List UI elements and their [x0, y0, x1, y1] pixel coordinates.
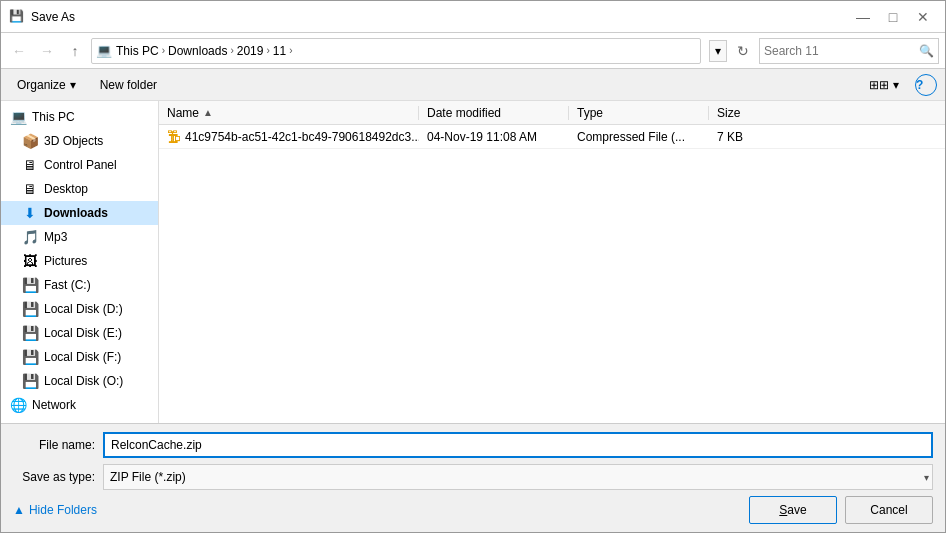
breadcrumb-bar[interactable]: 💻 This PC › Downloads › 2019 › 11 › [91, 38, 701, 64]
col-header-name[interactable]: Name ▲ [159, 106, 419, 120]
network-icon: 🌐 [9, 396, 27, 414]
view-button[interactable]: ⊞⊞ ▾ [861, 73, 907, 97]
sidebar-item-3d-objects[interactable]: 📦 3D Objects [1, 129, 158, 153]
sidebar-item-desktop[interactable]: 🖥 Desktop [1, 177, 158, 201]
pictures-label: Pictures [44, 254, 87, 268]
sidebar-item-local-f[interactable]: 💾 Local Disk (F:) [1, 345, 158, 369]
breadcrumb-chevron-1: › [162, 45, 165, 56]
breadcrumb-chevron-4: › [289, 45, 292, 56]
col-header-date[interactable]: Date modified [419, 106, 569, 120]
sidebar-item-local-d[interactable]: 💾 Local Disk (D:) [1, 297, 158, 321]
sidebar-item-local-o[interactable]: 💾 Local Disk (O:) [1, 369, 158, 393]
hide-folders-button[interactable]: ▲ Hide Folders [13, 503, 97, 517]
dialog-title: Save As [31, 10, 849, 24]
file-date-cell: 04-Nov-19 11:08 AM [419, 130, 569, 144]
save-label: Save [779, 503, 806, 517]
breadcrumb-dropdown[interactable]: ▾ [709, 40, 727, 62]
filename-label: File name: [13, 438, 103, 452]
sidebar-item-control-panel[interactable]: 🖥 Control Panel [1, 153, 158, 177]
file-list-header: Name ▲ Date modified Type Size [159, 101, 945, 125]
this-pc-icon: 💻 [9, 108, 27, 126]
view-chevron: ▾ [893, 78, 899, 92]
breadcrumb-pc: This PC [116, 44, 159, 58]
save-button[interactable]: Save [749, 496, 837, 524]
zip-file-icon: 🗜 [167, 129, 181, 145]
file-date: 04-Nov-19 11:08 AM [427, 130, 537, 144]
address-bar: ← → ↑ 💻 This PC › Downloads › 2019 › 11 … [1, 33, 945, 69]
network-label: Network [32, 398, 76, 412]
downloads-label: Downloads [44, 206, 108, 220]
local-f-label: Local Disk (F:) [44, 350, 121, 364]
bottom-section: File name: Save as type: ZIP File (*.zip… [1, 423, 945, 532]
new-folder-label: New folder [100, 78, 157, 92]
organize-button[interactable]: Organize ▾ [9, 73, 84, 97]
search-icon: 🔍 [919, 44, 934, 58]
refresh-button[interactable]: ↻ [731, 39, 755, 63]
filetype-select-wrapper: ZIP File (*.zip) ▾ [103, 464, 933, 490]
local-e-icon: 💾 [21, 324, 39, 342]
organize-label: Organize [17, 78, 66, 92]
sidebar-item-mp3[interactable]: 🎵 Mp3 [1, 225, 158, 249]
left-panel: 💻 This PC 📦 3D Objects 🖥 Control Panel 🖥… [1, 101, 159, 423]
breadcrumb-downloads: Downloads [168, 44, 227, 58]
new-folder-button[interactable]: New folder [92, 73, 165, 97]
file-name-cell: 🗜 41c9754b-ac51-42c1-bc49-790618492dc3..… [159, 129, 419, 145]
local-o-icon: 💾 [21, 372, 39, 390]
downloads-icon: ⬇ [21, 204, 39, 222]
local-f-icon: 💾 [21, 348, 39, 366]
back-button[interactable]: ← [7, 39, 31, 63]
desktop-label: Desktop [44, 182, 88, 196]
up-button[interactable]: ↑ [63, 39, 87, 63]
fast-c-label: Fast (C:) [44, 278, 91, 292]
action-row: ▲ Hide Folders Save Cancel [13, 496, 933, 524]
cancel-button[interactable]: Cancel [845, 496, 933, 524]
desktop-icon: 🖥 [21, 180, 39, 198]
dialog-icon: 💾 [9, 9, 25, 25]
file-size-cell: 7 KB [709, 130, 789, 144]
pictures-icon: 🖼 [21, 252, 39, 270]
local-d-icon: 💾 [21, 300, 39, 318]
right-panel: Name ▲ Date modified Type Size 🗜 [159, 101, 945, 423]
search-box: 🔍 [759, 38, 939, 64]
hide-folders-label: Hide Folders [29, 503, 97, 517]
view-icon: ⊞⊞ [869, 78, 889, 92]
minimize-button[interactable]: — [849, 3, 877, 31]
forward-button[interactable]: → [35, 39, 59, 63]
filename-row: File name: [13, 432, 933, 458]
filetype-label: Save as type: [13, 470, 103, 484]
sort-arrow: ▲ [203, 107, 213, 118]
organize-chevron: ▾ [70, 78, 76, 92]
close-button[interactable]: ✕ [909, 3, 937, 31]
local-e-label: Local Disk (E:) [44, 326, 122, 340]
3d-objects-label: 3D Objects [44, 134, 103, 148]
filetype-select[interactable]: ZIP File (*.zip) [103, 464, 933, 490]
file-type-cell: Compressed File (... [569, 130, 709, 144]
sidebar-item-pictures[interactable]: 🖼 Pictures [1, 249, 158, 273]
table-row[interactable]: 🗜 41c9754b-ac51-42c1-bc49-790618492dc3..… [159, 125, 945, 149]
mp3-label: Mp3 [44, 230, 67, 244]
search-input[interactable] [764, 44, 919, 58]
breadcrumb-year: 2019 [237, 44, 264, 58]
sidebar-item-this-pc[interactable]: 💻 This PC [1, 105, 158, 129]
3d-objects-icon: 📦 [21, 132, 39, 150]
help-button[interactable]: ? [915, 74, 937, 96]
control-panel-label: Control Panel [44, 158, 117, 172]
mp3-icon: 🎵 [21, 228, 39, 246]
fast-c-icon: 💾 [21, 276, 39, 294]
local-o-label: Local Disk (O:) [44, 374, 123, 388]
control-panel-icon: 🖥 [21, 156, 39, 174]
sidebar-item-fast-c[interactable]: 💾 Fast (C:) [1, 273, 158, 297]
sidebar-item-downloads[interactable]: ⬇ Downloads [1, 201, 158, 225]
title-controls: — □ ✕ [849, 3, 937, 31]
hide-folders-icon: ▲ [13, 503, 25, 517]
col-header-size[interactable]: Size [709, 106, 789, 120]
content-area: 💻 This PC 📦 3D Objects 🖥 Control Panel 🖥… [1, 101, 945, 423]
breadcrumb-month: 11 [273, 44, 286, 58]
breadcrumb-chevron-2: › [230, 45, 233, 56]
maximize-button[interactable]: □ [879, 3, 907, 31]
filename-input[interactable] [103, 432, 933, 458]
this-pc-label: This PC [32, 110, 75, 124]
sidebar-item-network[interactable]: 🌐 Network [1, 393, 158, 417]
col-header-type[interactable]: Type [569, 106, 709, 120]
sidebar-item-local-e[interactable]: 💾 Local Disk (E:) [1, 321, 158, 345]
